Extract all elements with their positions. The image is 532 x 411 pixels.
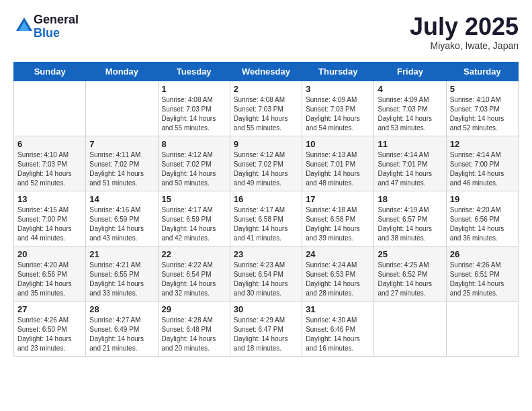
day-number: 25	[378, 249, 442, 259]
cell-info: Sunrise: 4:20 AMSunset: 6:56 PMDaylight:…	[450, 205, 515, 243]
cell-info: Sunrise: 4:19 AMSunset: 6:57 PMDaylight:…	[378, 205, 442, 243]
cell-info: Sunrise: 4:08 AMSunset: 7:03 PMDaylight:…	[162, 95, 226, 133]
day-number: 3	[306, 84, 370, 94]
cell-info: Sunrise: 4:10 AMSunset: 7:03 PMDaylight:…	[17, 150, 82, 188]
cell-info: Sunrise: 4:21 AMSunset: 6:55 PMDaylight:…	[89, 261, 154, 298]
cell-info: Sunrise: 4:20 AMSunset: 6:56 PMDaylight:…	[17, 261, 82, 298]
calendar-week-row: 6 Sunrise: 4:10 AMSunset: 7:03 PMDayligh…	[14, 136, 519, 191]
day-number: 2	[234, 84, 298, 94]
calendar-cell: 27 Sunrise: 4:26 AMSunset: 6:50 PMDaylig…	[14, 301, 86, 356]
cell-info: Sunrise: 4:13 AMSunset: 7:01 PMDaylight:…	[306, 150, 370, 188]
col-header-sunday: Sunday	[14, 62, 86, 81]
page-header: General Blue July 2025 Miyako, Iwate, Ja…	[13, 13, 519, 51]
cell-info: Sunrise: 4:26 AMSunset: 6:51 PMDaylight:…	[450, 261, 515, 298]
cell-info: Sunrise: 4:29 AMSunset: 6:47 PMDaylight:…	[234, 316, 298, 353]
calendar-cell: 18 Sunrise: 4:19 AMSunset: 6:57 PMDaylig…	[374, 191, 446, 246]
col-header-thursday: Thursday	[302, 62, 374, 81]
cell-info: Sunrise: 4:12 AMSunset: 7:02 PMDaylight:…	[162, 150, 226, 188]
calendar-cell: 28 Sunrise: 4:27 AMSunset: 6:49 PMDaylig…	[86, 301, 158, 356]
calendar-week-row: 27 Sunrise: 4:26 AMSunset: 6:50 PMDaylig…	[14, 301, 519, 356]
day-number: 29	[162, 304, 226, 314]
cell-info: Sunrise: 4:17 AMSunset: 6:58 PMDaylight:…	[234, 205, 298, 243]
day-number: 19	[450, 194, 515, 204]
col-header-saturday: Saturday	[446, 62, 518, 81]
cell-info: Sunrise: 4:09 AMSunset: 7:03 PMDaylight:…	[306, 95, 370, 133]
day-number: 26	[450, 249, 515, 259]
cell-info: Sunrise: 4:08 AMSunset: 7:03 PMDaylight:…	[234, 95, 298, 133]
calendar-week-row: 20 Sunrise: 4:20 AMSunset: 6:56 PMDaylig…	[14, 246, 519, 301]
cell-info: Sunrise: 4:24 AMSunset: 6:53 PMDaylight:…	[306, 261, 370, 298]
calendar-cell: 2 Sunrise: 4:08 AMSunset: 7:03 PMDayligh…	[230, 81, 302, 136]
calendar-cell: 7 Sunrise: 4:11 AMSunset: 7:02 PMDayligh…	[86, 136, 158, 191]
calendar-cell: 6 Sunrise: 4:10 AMSunset: 7:03 PMDayligh…	[14, 136, 86, 191]
day-number: 22	[162, 249, 226, 259]
calendar-cell	[14, 81, 86, 136]
cell-info: Sunrise: 4:10 AMSunset: 7:03 PMDaylight:…	[450, 95, 515, 133]
day-number: 21	[89, 249, 154, 259]
day-number: 18	[378, 194, 442, 204]
cell-info: Sunrise: 4:30 AMSunset: 6:46 PMDaylight:…	[306, 316, 370, 353]
day-number: 1	[162, 84, 226, 94]
calendar-cell: 23 Sunrise: 4:23 AMSunset: 6:54 PMDaylig…	[230, 246, 302, 301]
cell-info: Sunrise: 4:16 AMSunset: 6:59 PMDaylight:…	[89, 205, 154, 243]
day-number: 14	[89, 194, 154, 204]
title-block: July 2025 Miyako, Iwate, Japan	[410, 13, 519, 51]
day-number: 4	[378, 84, 442, 94]
cell-info: Sunrise: 4:14 AMSunset: 7:01 PMDaylight:…	[378, 150, 442, 188]
calendar-header-row: SundayMondayTuesdayWednesdayThursdayFrid…	[14, 62, 519, 81]
cell-info: Sunrise: 4:11 AMSunset: 7:02 PMDaylight:…	[89, 150, 154, 188]
day-number: 6	[17, 139, 82, 149]
calendar-cell: 3 Sunrise: 4:09 AMSunset: 7:03 PMDayligh…	[302, 81, 374, 136]
cell-info: Sunrise: 4:26 AMSunset: 6:50 PMDaylight:…	[17, 316, 82, 353]
cell-info: Sunrise: 4:15 AMSunset: 7:00 PMDaylight:…	[17, 205, 82, 243]
day-number: 9	[234, 139, 298, 149]
calendar-cell: 16 Sunrise: 4:17 AMSunset: 6:58 PMDaylig…	[230, 191, 302, 246]
day-number: 7	[89, 139, 154, 149]
col-header-monday: Monday	[86, 62, 158, 81]
calendar-cell: 12 Sunrise: 4:14 AMSunset: 7:00 PMDaylig…	[446, 136, 518, 191]
calendar-cell: 26 Sunrise: 4:26 AMSunset: 6:51 PMDaylig…	[446, 246, 518, 301]
calendar-cell: 21 Sunrise: 4:21 AMSunset: 6:55 PMDaylig…	[86, 246, 158, 301]
calendar-cell: 1 Sunrise: 4:08 AMSunset: 7:03 PMDayligh…	[158, 81, 230, 136]
calendar-cell: 15 Sunrise: 4:17 AMSunset: 6:59 PMDaylig…	[158, 191, 230, 246]
location-subtitle: Miyako, Iwate, Japan	[410, 40, 519, 51]
day-number: 31	[306, 304, 370, 314]
day-number: 20	[17, 249, 82, 259]
logo-text: General Blue	[34, 13, 79, 40]
calendar-table: SundayMondayTuesdayWednesdayThursdayFrid…	[13, 62, 519, 357]
cell-info: Sunrise: 4:22 AMSunset: 6:54 PMDaylight:…	[162, 261, 226, 298]
logo-general: General	[34, 13, 79, 27]
cell-info: Sunrise: 4:28 AMSunset: 6:48 PMDaylight:…	[162, 316, 226, 353]
calendar-cell: 24 Sunrise: 4:24 AMSunset: 6:53 PMDaylig…	[302, 246, 374, 301]
calendar-week-row: 1 Sunrise: 4:08 AMSunset: 7:03 PMDayligh…	[14, 81, 519, 136]
day-number: 17	[306, 194, 370, 204]
calendar-cell: 8 Sunrise: 4:12 AMSunset: 7:02 PMDayligh…	[158, 136, 230, 191]
calendar-cell: 14 Sunrise: 4:16 AMSunset: 6:59 PMDaylig…	[86, 191, 158, 246]
calendar-cell	[374, 301, 446, 356]
col-header-friday: Friday	[374, 62, 446, 81]
logo-blue: Blue	[34, 27, 79, 40]
calendar-week-row: 13 Sunrise: 4:15 AMSunset: 7:00 PMDaylig…	[14, 191, 519, 246]
day-number: 15	[162, 194, 226, 204]
calendar-cell: 25 Sunrise: 4:25 AMSunset: 6:52 PMDaylig…	[374, 246, 446, 301]
day-number: 12	[450, 139, 515, 149]
logo-icon	[13, 16, 34, 38]
cell-info: Sunrise: 4:23 AMSunset: 6:54 PMDaylight:…	[234, 261, 298, 298]
cell-info: Sunrise: 4:17 AMSunset: 6:59 PMDaylight:…	[162, 205, 226, 243]
calendar-cell: 13 Sunrise: 4:15 AMSunset: 7:00 PMDaylig…	[14, 191, 86, 246]
calendar-cell: 17 Sunrise: 4:18 AMSunset: 6:58 PMDaylig…	[302, 191, 374, 246]
day-number: 27	[17, 304, 82, 314]
calendar-cell: 22 Sunrise: 4:22 AMSunset: 6:54 PMDaylig…	[158, 246, 230, 301]
calendar-cell: 10 Sunrise: 4:13 AMSunset: 7:01 PMDaylig…	[302, 136, 374, 191]
calendar-cell	[86, 81, 158, 136]
cell-info: Sunrise: 4:09 AMSunset: 7:03 PMDaylight:…	[378, 95, 442, 133]
calendar-cell: 31 Sunrise: 4:30 AMSunset: 6:46 PMDaylig…	[302, 301, 374, 356]
calendar-cell: 19 Sunrise: 4:20 AMSunset: 6:56 PMDaylig…	[446, 191, 518, 246]
calendar-cell: 4 Sunrise: 4:09 AMSunset: 7:03 PMDayligh…	[374, 81, 446, 136]
day-number: 5	[450, 84, 515, 94]
col-header-wednesday: Wednesday	[230, 62, 302, 81]
day-number: 16	[234, 194, 298, 204]
cell-info: Sunrise: 4:18 AMSunset: 6:58 PMDaylight:…	[306, 205, 370, 243]
day-number: 10	[306, 139, 370, 149]
day-number: 28	[89, 304, 154, 314]
